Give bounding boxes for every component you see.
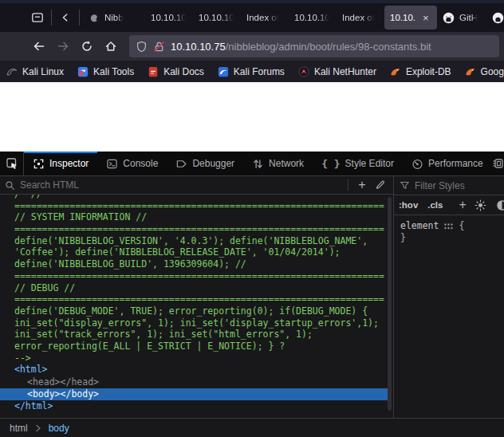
devtools-tab-label: Performance [428,158,483,169]
search-html-input[interactable] [20,179,343,191]
home-button[interactable] [99,35,123,57]
comment-line[interactable]: 'Coffee'); define('NIBBLEBLOG_RELEASE_DA… [0,246,393,258]
debugger-icon [175,158,187,170]
google-hacking-db-icon [465,66,476,77]
sun-icon [474,199,486,211]
exploit-db-icon [390,66,401,77]
network-icon [252,158,264,170]
memory-chip-icon [492,157,504,170]
rules-filter-row [394,176,504,195]
reload-button[interactable] [75,35,99,57]
bookmark-label: Exploit-DB [406,66,451,77]
forward-button[interactable] [51,35,75,57]
bookmarks-toolbar: Kali Linux Kali Tools Kali Docs Kali For… [0,61,504,82]
tabbar-separator-2 [79,10,80,26]
comment-line[interactable]: define('NIBBLEBLOG_VERSION', '4.0.3'); d… [0,235,393,247]
markup-scrollbar-thumb[interactable] [388,197,392,411]
bookmark-kali-docs[interactable]: Kali Docs [148,66,204,77]
devtools-tab-inspector[interactable]: Inspector [24,152,97,175]
comment-line[interactable]: ini_set("display_errors", 1); ini_set('d… [0,317,393,329]
url-host: 10.10.10.75 [171,41,226,53]
tab-index-of-b[interactable]: Index of [337,6,384,30]
comment-line[interactable]: / // [0,195,393,200]
filter-styles-input[interactable] [415,180,498,191]
tab-github-partial[interactable] [486,6,504,30]
bookmark-label: Kali Linux [22,66,64,77]
tree-node-body-selected[interactable]: <body></body> [0,388,388,400]
create-new-node-button[interactable]: + [353,177,371,193]
bookmark-kali-tools[interactable]: Kali Tools [77,66,134,77]
comment-line[interactable]: // SYSTEM INFORMATION // [0,211,393,223]
comment-line[interactable]: ========================================… [0,293,393,305]
bookmark-google-hacking-db[interactable]: Google Hack [465,66,504,77]
back-arrow-icon [33,40,45,53]
bookmark-kali-nethunter[interactable]: Kali NetHunter [298,66,376,77]
search-icon [5,180,15,191]
rule-open-brace: { [459,220,464,232]
markup-panel: + / // =================================… [0,176,394,418]
tab-10-10-10-a[interactable]: 10.10.10 [145,6,193,30]
filter-funnel-icon [400,180,410,191]
tab-label: 10.10.10 [199,13,234,22]
back-button[interactable] [27,35,51,57]
comment-line[interactable]: define('DEBUG_MODE', TRUE); error_report… [0,305,393,317]
bookmark-label: Kali Tools [93,66,134,77]
comment-line[interactable]: ini_set("track_errors", 1); ini_set("htm… [0,329,393,341]
tab-10-10-10-b[interactable]: 10.10.10 [193,6,241,30]
toggle-pseudo-classes-button[interactable]: :hov [399,200,418,210]
page-viewport[interactable] [0,82,504,152]
bookmark-kali-linux[interactable]: Kali Linux [6,66,64,77]
devtools-tab-label: Debugger [192,158,234,169]
bookmark-label: Google Hack [481,66,504,77]
url-path: /nibbleblog/admin/boot/rules/98-constant… [226,41,431,53]
nibbleblog-favicon-icon [89,12,100,23]
tab-active-10-10[interactable]: 10.10. × [384,6,437,30]
add-rule-button[interactable]: + [459,198,466,212]
dark-mode-simulation-button[interactable] [496,199,504,211]
github-favicon-icon [492,12,504,24]
rule-close-brace: } [400,232,498,244]
tab-close-button[interactable]: × [420,12,431,24]
firefox-view-icon [31,11,44,24]
devtools-tab-performance[interactable]: Performance [403,152,492,175]
tab-github[interactable]: GitH [437,6,486,30]
comment-line[interactable]: // DEBUG // [0,282,393,294]
bookmark-kali-forums[interactable]: Kali Forums [218,66,285,77]
breadcrumb-item-html[interactable]: html [10,423,28,434]
tree-node-head[interactable]: <head></head> [0,376,393,388]
kali-docs-icon [148,66,159,77]
eyedropper-button[interactable] [371,177,388,193]
devtools-tab-debugger[interactable]: Debugger [167,152,243,175]
tab-10-10-10-c[interactable]: 10.10.10 [289,6,337,30]
element-rule-header[interactable]: element { [400,220,498,232]
tree-node-html-close[interactable]: </html> [0,400,393,412]
toggle-classes-button[interactable]: .cls [427,200,443,210]
tab-nibbleblog[interactable]: Nibb [83,6,145,30]
comment-line[interactable]: ========================================… [0,270,393,282]
firefox-view-button[interactable] [27,7,48,28]
devtools-tab-style-editor[interactable]: { } Style Editor [313,152,403,175]
bookmark-label: Kali NetHunter [314,66,376,77]
dom-reference-dots-icon[interactable] [444,223,453,230]
tree-node-html-open[interactable]: <html> [0,364,393,376]
tab-label: 10.10. [390,13,415,22]
shield-icon [136,41,148,53]
devtools-tab-memory-partial[interactable] [492,152,504,175]
comment-line[interactable]: define('NIBBLEBLOG_BUILD', 1396309604); … [0,258,393,270]
light-mode-simulation-button[interactable] [474,199,486,211]
breadcrumb-item-body[interactable]: body [49,423,69,434]
tab-index-of-a[interactable]: Index of [241,6,289,30]
rules-list: element { } [394,215,504,418]
scroll-tabs-left-button[interactable] [55,7,76,28]
comment-line[interactable]: ========================================… [0,200,393,212]
comment-line[interactable]: --> [0,352,393,364]
pick-element-button[interactable] [0,152,24,175]
devtools-tab-console[interactable]: Console [97,152,167,175]
bookmark-exploit-db[interactable]: Exploit-DB [390,66,451,77]
browser-tab-bar: Nibb 10.10.10 10.10.10 Index of 10.10.10… [0,0,504,32]
comment-line[interactable]: error_reporting(E_ALL | E_STRICT | E_NOT… [0,341,393,352]
inspector-breadcrumb-bar: html body [0,418,504,437]
devtools-tab-network[interactable]: Network [243,152,313,175]
url-bar[interactable]: 10.10.10.75/nibbleblog/admin/boot/rules/… [129,35,499,57]
comment-line[interactable]: ========================================… [0,223,393,235]
